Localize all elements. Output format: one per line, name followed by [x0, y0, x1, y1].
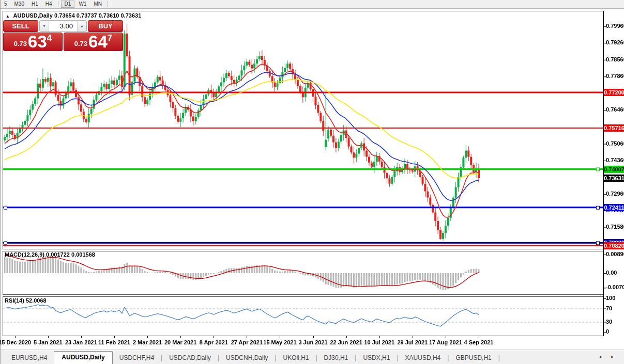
volume-decrease-button[interactable]: ▼	[40, 21, 49, 31]
date-axis-label: 4 Sep 2021	[458, 339, 499, 345]
price-tick-label: 0.78560	[606, 56, 624, 62]
terminal-window: 5M30H1H4D1W1MN ▲ AUDUSD,Daily 0.73654 0.…	[0, 0, 624, 364]
volume-increase-button[interactable]: ▲	[77, 21, 86, 31]
macd-indicator-label: MACD(12,26,9) 0.001722 0.001568	[5, 251, 95, 258]
sell-price-prefix: 0.73	[14, 40, 27, 48]
price-tick-label: 0.77860	[606, 73, 624, 79]
macd-tick-label: 0.00	[606, 270, 617, 276]
chart-symbol-label: AUDUSD,Daily	[13, 12, 53, 19]
price-tick-label: 0.72960	[606, 191, 624, 197]
price-badge: 0.74007	[604, 166, 624, 173]
price-tick-label: 0.71580	[606, 224, 624, 230]
sell-price-box[interactable]: 0.73 63 4	[3, 33, 63, 51]
volume-input[interactable]	[49, 21, 77, 31]
rsi-tick-label: 30	[606, 319, 612, 325]
buy-price-prefix: 0.73	[74, 40, 87, 48]
sell-price-big: 63	[28, 33, 47, 50]
chart-tab-eurusd[interactable]: EURUSD,H4	[5, 352, 54, 364]
chart-title: ▲ AUDUSD,Daily 0.73654 0.73737 0.73610 0…	[6, 12, 141, 19]
price-tick-label: 0.75060	[606, 140, 624, 147]
tab-separator: |	[498, 354, 500, 364]
buy-button[interactable]: BUY	[88, 20, 123, 32]
buy-price-sup: 7	[108, 33, 112, 43]
price-chart-canvas[interactable]	[1, 0, 624, 364]
price-badge: 0.75716	[604, 124, 624, 132]
timeframe-button-m30[interactable]: M30	[11, 1, 27, 8]
macd-tick-label: 0.008904	[606, 251, 624, 257]
buy-price-big: 64	[88, 33, 108, 50]
timeframe-button-d1[interactable]: D1	[61, 1, 75, 8]
chart-tab-xauusd[interactable]: XAUUSD,H4	[399, 352, 448, 364]
sell-button[interactable]: SELL	[3, 20, 38, 32]
chart-tab-usdchf[interactable]: USDCHF,H4	[113, 352, 161, 364]
price-badge: 0.70820	[604, 242, 624, 249]
chart-tab-ukoil[interactable]: UKOil,H1	[276, 352, 315, 364]
timeframe-button-mn[interactable]: MN	[90, 1, 105, 8]
rsi-indicator-label: RSI(14) 52.0068	[5, 297, 47, 304]
timeframe-toolbar: 5M30H1H4D1W1MN	[1, 0, 624, 9]
chart-ohlc-values: 0.73654 0.73737 0.73610 0.73631	[54, 12, 141, 19]
timeframe-button-w1[interactable]: W1	[75, 1, 89, 8]
chart-tab-usdx[interactable]: USDX,H1	[356, 352, 397, 364]
price-badge: 0.73631	[604, 175, 624, 182]
chart-tab-usdcnh[interactable]: USDCNH,Daily	[219, 352, 275, 364]
timeframe-button-h1[interactable]: H1	[28, 1, 41, 8]
timeframe-button-5[interactable]: 5	[1, 1, 10, 8]
timeframe-button-h4[interactable]: H4	[42, 1, 55, 8]
rsi-tick-label: 0	[606, 328, 609, 335]
price-tick-label: 0.74360	[606, 157, 624, 163]
collapse-triangle-icon[interactable]: ▲	[6, 14, 10, 19]
tab-scroll-arrows[interactable]: ◂ ▸	[599, 354, 618, 359]
volume-spinner: ▼ ▲	[39, 20, 87, 32]
price-badge: 0.77200	[604, 89, 624, 96]
price-tick-label: 0.79960	[606, 23, 624, 29]
sell-price-sup: 4	[47, 33, 52, 43]
price-badge: 0.72411	[604, 204, 624, 211]
chart-tab-audusd[interactable]: AUDUSD,Daily	[54, 351, 112, 364]
price-tick-label: 0.76460	[606, 106, 624, 113]
buy-price-box[interactable]: 0.73 64 7	[64, 33, 123, 51]
one-click-trading-panel: SELL ▼ ▲ BUY 0.73 63 4 0.73 64 7	[3, 20, 123, 51]
chart-tab-bar: EURUSD,H4AUDUSD,DailyUSDCHF,H4|USDCAD,Da…	[1, 350, 624, 364]
chart-tab-dj30[interactable]: DJ30,H1	[317, 352, 355, 364]
toolbar-separator	[108, 1, 108, 7]
chart-tab-gbpusd[interactable]: GBPUSD,H1	[449, 352, 498, 364]
macd-tick-label: -0.007017	[606, 284, 624, 290]
chart-tab-usdcad[interactable]: USDCAD,Daily	[162, 352, 218, 364]
price-tick-label: 0.79260	[606, 39, 624, 45]
toolbar-separator	[58, 1, 58, 7]
rsi-tick-label: 70	[606, 305, 612, 311]
rsi-tick-label: 100	[606, 295, 615, 301]
